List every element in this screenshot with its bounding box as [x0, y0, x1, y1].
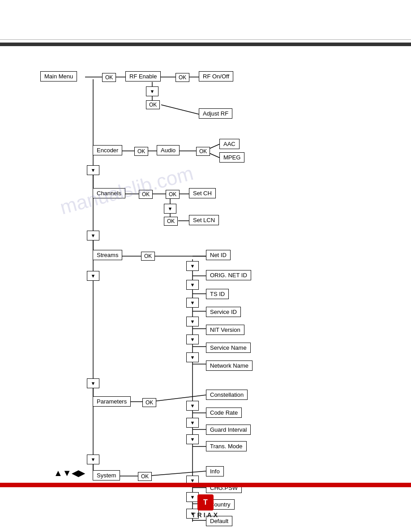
arrow-box-3: ▼ [87, 231, 99, 240]
triax-logo-letter: T [203, 498, 208, 506]
nav-symbols: ▲▼◀▶ [54, 468, 85, 478]
ok-button-6: OK [139, 190, 153, 199]
adjust-rf-box: Adjust RF [199, 108, 232, 119]
arrow-box-10: ▼ [186, 352, 199, 362]
arrow-box-11: ▼ [87, 378, 99, 388]
audio-box: Audio [157, 145, 180, 155]
aac-box: AAC [219, 139, 240, 149]
arrow-box-1: ▼ [146, 86, 158, 96]
ok-button-2: OK [176, 73, 189, 82]
triax-logo: T TRIAX [192, 494, 219, 519]
mpeg-box: MPEG [219, 152, 244, 163]
ok-button-11: OK [138, 472, 152, 481]
arrow-box-4: ▼ [87, 271, 99, 281]
bottom-red-bar [0, 483, 411, 487]
arrow-box-5: ▼ [186, 261, 199, 271]
arrow-box-14: ▼ [186, 434, 199, 444]
ok-button-7: OK [166, 190, 180, 199]
arrow-box-8: ▼ [186, 317, 199, 326]
orig-net-id-box: ORIG. NET ID [206, 270, 251, 280]
set-ch-box: Set CH [189, 188, 216, 198]
network-name-box: Network Name [206, 360, 253, 371]
info-box: Info [206, 466, 224, 476]
arrow-box-6: ▼ [186, 280, 199, 290]
triax-logo-icon: T [197, 494, 214, 511]
arrow-box-13: ▼ [186, 418, 199, 428]
rf-enable-box: RF Enable [125, 71, 161, 82]
top-dark-bar [0, 43, 411, 46]
arrow-box-9: ▼ [186, 335, 199, 344]
guard-interval-box: Guard Interval [206, 425, 251, 435]
channels-box: Channels [93, 188, 125, 198]
encoder-box: Encoder [93, 145, 122, 155]
arrow-box-12: ▼ [186, 401, 199, 411]
ok-button-10: OK [142, 398, 156, 407]
ok-button-9: OK [141, 252, 155, 261]
code-rate-box: Code Rate [206, 408, 242, 418]
parameters-box: Parameters [93, 396, 131, 407]
triax-logo-text: TRIAX [192, 511, 219, 519]
net-id-box: Net ID [206, 250, 231, 260]
rf-onoff-box: RF On/Off [199, 71, 233, 82]
ts-id-box: TS ID [206, 289, 229, 299]
ok-button-5: OK [196, 147, 210, 156]
service-name-box: Service Name [206, 343, 251, 353]
service-id-box: Service ID [206, 307, 241, 317]
set-lcn-box: Set LCN [189, 215, 219, 225]
nit-version-box: NIT Version [206, 325, 244, 335]
ok-button-8: OK [164, 217, 178, 226]
ok-button-1: OK [102, 73, 116, 82]
ok-button-3: OK [146, 100, 160, 109]
trans-mode-box: Trans. Mode [206, 441, 247, 451]
system-box: System [93, 470, 120, 481]
arrow-box-15: ▼ [87, 455, 99, 464]
constellation-box: Constellation [206, 390, 248, 400]
ok-button-4: OK [134, 147, 148, 156]
svg-line-7 [161, 105, 199, 114]
arrow-box-2: ▼ [87, 165, 99, 175]
main-menu-box: Main Menu [40, 71, 77, 82]
top-separator-line [0, 39, 411, 40]
streams-box: Streams [93, 250, 122, 260]
arrow-box-7: ▼ [186, 298, 199, 308]
arrow-box-3b: ▼ [164, 204, 176, 214]
